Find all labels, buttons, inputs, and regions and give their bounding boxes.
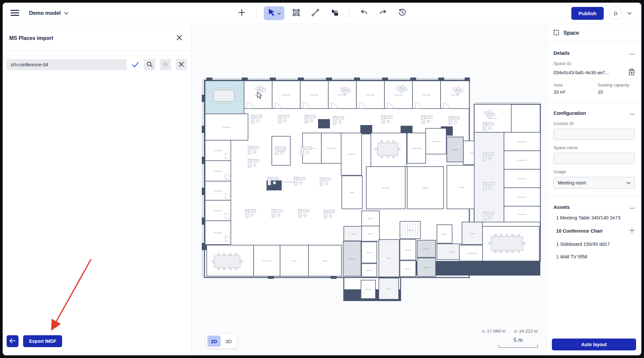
seating-capacity-label: Seating capacity	[598, 82, 635, 87]
plus-icon	[238, 9, 245, 17]
svg-text:Private Office: Private Office	[214, 150, 223, 151]
custom-id-input[interactable]	[554, 129, 635, 140]
measure-tool-button[interactable]	[308, 6, 323, 20]
view-toggle: 2D 3D	[206, 334, 237, 348]
svg-text:Elevator: Elevator	[367, 252, 372, 253]
usage-select[interactable]: Meeting room	[554, 177, 635, 189]
add-asset-icon[interactable]	[629, 228, 635, 234]
export-imdf-button[interactable]: Export IMDF	[23, 335, 62, 347]
scale-label: 5 m	[499, 337, 538, 343]
svg-text:Foyer: Foyer	[387, 257, 391, 259]
assets-section: Assets 1 Meeting Table 340/140 2e7310 Co…	[547, 196, 641, 274]
svg-text:Restroom: Restroom	[349, 258, 355, 260]
collapse-icon[interactable]	[630, 111, 635, 116]
panel-title: MS Places import	[9, 35, 53, 41]
locate-button[interactable]	[160, 59, 171, 70]
section-title: Configuration	[554, 110, 586, 116]
redo-button[interactable]	[376, 6, 390, 20]
svg-text:Private Office: Private Office	[518, 178, 527, 179]
search-button[interactable]	[144, 59, 155, 70]
asset-item[interactable]: 1 Sideboard 150/45 dd17	[556, 242, 635, 247]
chevron-down-icon[interactable]	[627, 10, 631, 16]
collapse-icon[interactable]	[630, 50, 635, 56]
svg-text:Private Office: Private Office	[214, 170, 223, 172]
history-button[interactable]	[395, 6, 410, 20]
publish-button[interactable]: Publish	[571, 7, 604, 20]
coordinate-x: x:-17.069 m	[482, 329, 505, 334]
auto-layout-button[interactable]: Auto layout	[552, 339, 636, 350]
close-icon	[179, 62, 184, 68]
space-name-input[interactable]	[554, 153, 635, 164]
asset-label: 1 Meeting Table 340/140 2e73	[556, 215, 621, 220]
floor-plan[interactable]: Meeting RoomPrivate OfficePrivate Office…	[202, 76, 542, 304]
asset-item[interactable]: 1 Meeting Table 340/140 2e73	[556, 215, 635, 220]
assets-list: 1 Meeting Table 340/140 2e7310 Conferenc…	[554, 215, 635, 259]
svg-text:Private Office: Private Office	[412, 147, 421, 149]
svg-text:Private Office: Private Office	[310, 94, 319, 96]
copy-icon[interactable]	[628, 69, 635, 77]
svg-text:Private Office: Private Office	[518, 159, 527, 161]
svg-text:Generic: Generic	[322, 260, 328, 262]
svg-text:Private Office: Private Office	[394, 94, 403, 96]
close-panel-button[interactable]	[175, 33, 184, 43]
details-section: Details Space ID 034e0c43-bafc-4e30-ae7.…	[547, 42, 641, 102]
check-icon	[131, 61, 139, 68]
toggle-2d[interactable]: 2D	[207, 336, 221, 347]
svg-text:Pantry: Pantry	[350, 192, 354, 193]
space-id-label: Space ID	[554, 61, 635, 66]
scale-bar	[499, 344, 538, 348]
chevron-down-icon	[64, 10, 68, 16]
asset-item[interactable]: 10 Conference Chair	[556, 228, 635, 234]
svg-text:Private Office: Private Office	[222, 126, 231, 128]
hamburger-menu-button[interactable]	[9, 8, 20, 18]
section-title: Details	[554, 50, 570, 56]
annotation-arrow	[3, 24, 192, 355]
toolbar-divider	[349, 8, 349, 18]
lock-tool-button[interactable]	[327, 6, 342, 20]
back-button[interactable]	[7, 335, 18, 347]
collapse-icon[interactable]	[630, 205, 635, 210]
coordinate-z: z:-14.222 m	[514, 329, 538, 334]
avatar[interactable]: D	[609, 7, 622, 20]
svg-text:Restroom: Restroom	[452, 149, 458, 150]
right-panel: Space Details Space ID 034e0c43-bafc-4e3…	[546, 24, 641, 355]
toggle-3d[interactable]: 3D	[222, 336, 235, 347]
section-title: Assets	[554, 204, 570, 210]
svg-text:Private Office: Private Office	[214, 232, 223, 234]
svg-text:Elevator: Elevator	[405, 268, 411, 270]
search-input[interactable]	[7, 59, 127, 70]
svg-text:Corridor: Corridor	[470, 233, 475, 234]
svg-text:Open Workspace: Open Workspace	[283, 181, 294, 183]
asset-item[interactable]: 1 Wall TV 5f58	[556, 254, 635, 259]
cursor-coordinates: x:-17.069 m z:-14.222 m	[482, 329, 538, 334]
svg-text:Reception: Reception	[382, 187, 389, 189]
floor-plan-canvas[interactable]: Meeting RoomPrivate OfficePrivate Office…	[192, 24, 546, 355]
model-switcher[interactable]: Demo model	[29, 10, 68, 16]
svg-text:Storage: Storage	[423, 187, 428, 189]
svg-text:Pantry: Pantry	[460, 186, 464, 188]
svg-text:Elevator: Elevator	[366, 289, 371, 290]
target-icon	[162, 61, 169, 69]
custom-id-label: Custom ID	[554, 121, 635, 126]
undo-button[interactable]	[357, 6, 371, 20]
svg-text:Restroom: Restroom	[423, 267, 429, 268]
asset-label: 10 Conference Chair	[556, 228, 603, 234]
select-tool-button[interactable]: A	[264, 6, 284, 20]
chevron-down-icon	[626, 180, 630, 185]
hamburger-icon	[11, 10, 19, 17]
arrow-left-icon	[9, 338, 16, 344]
svg-text:Generic: Generic	[368, 218, 373, 219]
add-button[interactable]	[234, 6, 249, 20]
svg-text:Private Office: Private Office	[282, 94, 291, 96]
polygon-tool-button[interactable]	[289, 6, 304, 20]
clear-button[interactable]	[176, 59, 187, 70]
map-scale: 5 m	[499, 337, 538, 348]
asset-label: 1 Wall TV 5f58	[556, 254, 587, 259]
svg-text:Elevator: Elevator	[405, 249, 411, 251]
svg-text:Private Office: Private Office	[518, 213, 527, 215]
svg-text:Private Office: Private Office	[214, 210, 223, 212]
space-id-value: 034e0c43-bafc-4e30-ae7...	[554, 70, 609, 75]
svg-text:Private Office: Private Office	[518, 196, 527, 198]
svg-text:Service Room: Service Room	[468, 252, 477, 254]
app-window: Demo model A	[3, 3, 641, 355]
